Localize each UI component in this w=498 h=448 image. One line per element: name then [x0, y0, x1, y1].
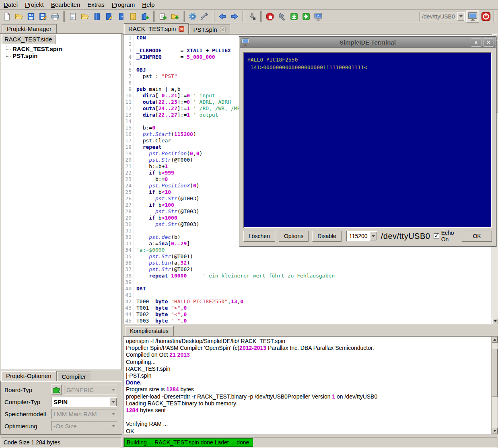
disable-button[interactable]: Disable [312, 231, 342, 242]
code-line: 44T002 byte "<",0 [123, 311, 498, 318]
menu-item-projekt[interactable]: Projekt [21, 0, 47, 9]
toolbar-buttons [1, 11, 324, 22]
add-folder-button[interactable] [169, 11, 181, 22]
serial-port-dropdown-arrow[interactable] [457, 12, 464, 21]
tab-close-icon[interactable]: ✕ [220, 27, 226, 32]
editor-tab-pst-spin[interactable]: PST.spin✕ [189, 25, 230, 34]
print-button[interactable] [49, 11, 61, 22]
code-text [134, 292, 136, 298]
combo-dropdown-arrow[interactable] [110, 410, 117, 418]
add-tab-button[interactable] [157, 11, 169, 22]
editor-tab-rack-test-spin[interactable]: RACK_TEST.spin✕ [124, 23, 189, 34]
scrollbar-thumb[interactable] [492, 349, 498, 397]
edit-project-button[interactable] [103, 11, 115, 22]
board-type-button[interactable] [51, 384, 62, 395]
forward-arrow-button[interactable] [229, 11, 240, 22]
settings-gear-button[interactable] [187, 11, 198, 22]
terminal-title-bar[interactable]: SimpleIDE Terminal ∧ ✕ [240, 37, 496, 48]
load-ram-button[interactable] [288, 11, 300, 22]
save-project-button[interactable] [91, 11, 103, 22]
reset-port-button[interactable] [480, 11, 492, 22]
combo-dropdown-arrow[interactable] [110, 386, 117, 394]
code-text: pst.Str(@T001) [134, 253, 193, 260]
code-text: T001 byte ">",0 [134, 305, 187, 311]
build-hammer-button[interactable] [276, 11, 288, 22]
run-program-button[interactable] [300, 11, 312, 22]
compile-status-bar: Kompilierstatus [123, 325, 498, 336]
menu-item-bearbeiten[interactable]: Bearbeiten [47, 0, 84, 9]
add-folder-icon [171, 12, 179, 21]
zip-project-button[interactable] [128, 11, 139, 22]
option-row-speichermodell: SpeichermodellLMM Main RAM [4, 409, 117, 419]
save-as-file-button[interactable] [37, 11, 49, 22]
line-number: 41 [123, 292, 134, 298]
save-file-button[interactable] [25, 11, 37, 22]
new-project-button[interactable] [67, 11, 78, 22]
code-text: a:=ina[0..29] [134, 240, 190, 247]
scroll-down-arrow[interactable] [492, 318, 498, 324]
open-project-button[interactable] [79, 11, 91, 22]
menu-item-program[interactable]: Program [108, 0, 139, 9]
echo-checkbox[interactable]: ✓ [434, 233, 439, 239]
project-manager-tab[interactable]: Projekt-Manager [2, 24, 57, 34]
terminal-window: SimpleIDE Terminal ∧ ✕ HALLO PIC18F2550 … [239, 36, 496, 247]
tree-item-rack-test-spin[interactable]: RACK_TEST.spin [4, 45, 120, 52]
board-typ-combo[interactable]: GENERIC [64, 385, 117, 395]
line-number: 45 [123, 318, 134, 324]
hardware-wrench-icon [201, 12, 209, 21]
tree-item-pst-spin[interactable]: PST.spin [4, 52, 120, 59]
toolbar-separator [213, 11, 214, 22]
scroll-down-arrow[interactable] [492, 428, 498, 434]
baud-dropdown-arrow[interactable] [370, 232, 377, 240]
line-number: 11 [123, 99, 134, 105]
line-number: 1 [123, 35, 134, 41]
code-text: pst.Str(@T003) [134, 195, 200, 202]
forward-arrow-icon [230, 12, 239, 21]
clear-button[interactable]: Löschen [243, 231, 275, 242]
code-line: 37 pst.Str(@T002) [123, 266, 498, 273]
tree-wire [6, 53, 11, 57]
terminal-console[interactable]: HALLO PIC18F2550 341>0000000000000000000… [243, 52, 492, 228]
menu-item-extras[interactable]: Extras [84, 0, 108, 9]
option-label: Compiler-Typ [4, 399, 40, 405]
tab-projekt-optionen[interactable]: Projekt-Optionen [1, 371, 57, 381]
close-button[interactable]: ✕ [483, 38, 494, 47]
options-button[interactable]: Options [279, 231, 309, 242]
stop-build-button[interactable] [264, 11, 276, 22]
open-file-button[interactable] [13, 11, 25, 22]
scroll-up-arrow[interactable] [492, 337, 498, 343]
add-library-button[interactable] [140, 11, 151, 22]
minimize-button[interactable]: ∧ [471, 38, 482, 47]
code-text: DAT [134, 286, 146, 292]
output-line: Verifying RAM ... [126, 421, 498, 427]
menu-item-datei[interactable]: Datei [0, 0, 21, 9]
serial-console-button[interactable] [466, 10, 479, 23]
output-scrollbar[interactable] [491, 337, 498, 434]
editor-tab-bar: RACK_TEST.spin✕PST.spin✕ [123, 23, 498, 34]
baud-rate-combo[interactable]: 115200 [346, 231, 377, 241]
serial-port-combo[interactable]: /dev/ttyUSB0 [420, 12, 465, 21]
back-arrow-button[interactable] [217, 11, 228, 22]
ok-button[interactable]: OK [462, 231, 492, 242]
tab-compiler[interactable]: Compiler [57, 372, 91, 381]
project-file-header[interactable]: RACK_TEST.side [2, 35, 56, 44]
toolbar-separator [243, 11, 244, 22]
close-project-button[interactable] [115, 11, 127, 22]
code-text: _CLKMODE = XTAL1 + PLL16X [134, 47, 231, 54]
speichermodell-combo[interactable]: LMM Main RAM [51, 409, 117, 419]
run-terminal-button[interactable] [313, 11, 324, 22]
optimierung-combo[interactable]: -Os Size [51, 421, 117, 431]
line-number: 8 [123, 80, 134, 86]
program-eeprom-button[interactable] [247, 11, 258, 22]
combo-value: GENERIC [66, 386, 94, 393]
open-project-icon [81, 12, 89, 21]
compiler-typ-combo[interactable]: SPIN [51, 397, 117, 407]
tab-close-icon[interactable]: ✕ [179, 26, 184, 32]
hardware-wrench-button[interactable] [199, 11, 210, 22]
combo-dropdown-arrow[interactable] [110, 422, 117, 430]
combo-dropdown-arrow[interactable] [110, 398, 117, 406]
compile-status-tab[interactable]: Kompilierstatus [125, 326, 174, 336]
new-file-button[interactable] [1, 11, 12, 22]
menu-item-help[interactable]: Help [138, 0, 158, 9]
code-line: 36 pst.bin(a,32) [123, 260, 498, 266]
